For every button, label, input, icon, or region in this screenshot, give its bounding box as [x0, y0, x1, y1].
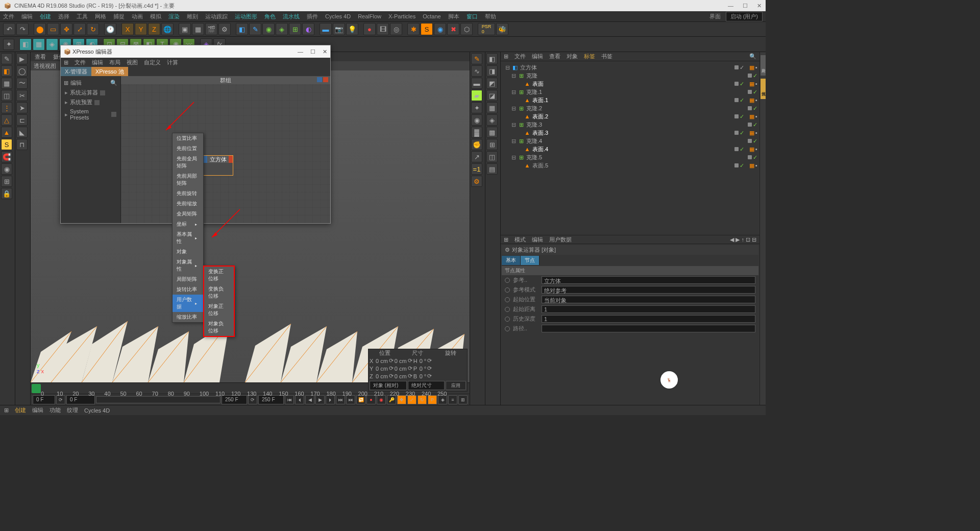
rt2-8[interactable]: ⊞	[486, 139, 498, 150]
bb-cycles[interactable]: Cycles 4D	[84, 407, 110, 414]
tree-row[interactable]: ▲表面.2✓ ▦▪	[503, 112, 757, 120]
ctx-item[interactable]: 对象负位移	[204, 319, 234, 336]
radio-icon[interactable]	[505, 278, 510, 283]
timeline-marker[interactable]	[32, 384, 41, 393]
texture-mode-icon[interactable]: ▦	[1, 78, 12, 89]
max-button[interactable]: ☐	[743, 3, 748, 9]
menu-snap[interactable]: 捕捉	[113, 13, 125, 20]
ctx-item[interactable]: 对象	[173, 247, 203, 257]
rt2-10[interactable]: ▤	[486, 163, 498, 175]
node-out-port[interactable]	[229, 156, 233, 163]
coord-input[interactable]: 0 cm	[376, 373, 388, 379]
xp-layout[interactable]: 布局	[109, 59, 120, 66]
coord-obj-mode[interactable]: 对象 (相对)	[370, 381, 407, 390]
t2-2[interactable]: ▦	[33, 38, 45, 51]
om-file[interactable]: 文件	[514, 53, 526, 60]
attr-value-input[interactable]	[542, 325, 755, 332]
cube-prim-icon[interactable]: ◧	[236, 23, 248, 35]
xp-tab-manager[interactable]: X-管理器	[61, 67, 91, 76]
effector-icon[interactable]: ✱	[407, 23, 420, 35]
bb-tex[interactable]: 纹理	[67, 406, 78, 414]
xp-edit[interactable]: 编辑	[92, 59, 103, 66]
undo-button[interactable]: ↶	[3, 23, 15, 35]
ctx-item[interactable]: 先前全局矩阵	[173, 154, 203, 171]
bb-create[interactable]: 创建	[15, 406, 26, 414]
tree-row[interactable]: ⊟⊞克隆.2✓	[503, 104, 757, 112]
menu-window[interactable]: 窗口	[467, 13, 478, 20]
history-icon[interactable]: 🕐	[104, 23, 116, 35]
make-editable-icon[interactable]: ✎	[1, 53, 12, 64]
close-button[interactable]: ✕	[757, 3, 762, 9]
pen-icon[interactable]: ✎	[249, 23, 261, 35]
move-icon[interactable]: ✥	[60, 23, 72, 35]
bridge-icon[interactable]: ⊓	[16, 139, 28, 150]
rt2-4[interactable]: ◪	[486, 90, 498, 101]
menu-char[interactable]: 角色	[264, 13, 276, 20]
coord-input[interactable]: 0 cm	[395, 358, 407, 364]
cursor-icon[interactable]: ▶	[16, 53, 28, 64]
context-submenu-userdata[interactable]: 变换正位移变换负位移对象正位移对象负位移	[203, 266, 235, 337]
rt-inflate-icon[interactable]: ◉	[471, 114, 482, 126]
rt-brush-icon[interactable]: ✎	[471, 53, 482, 64]
rt2-6[interactable]: ◈	[486, 114, 498, 126]
ctx-item[interactable]: 坐标▸	[173, 219, 203, 229]
layout-dropdown[interactable]: 启动 (用户)	[726, 12, 763, 21]
rt-grab-icon[interactable]: ✊	[471, 139, 482, 150]
menu-xparticles[interactable]: X-Particles	[388, 13, 415, 19]
menu-tool[interactable]: 工具	[77, 13, 88, 20]
rt-gear-icon[interactable]: ⚙	[471, 176, 482, 187]
fcurve-icon[interactable]: ⊞	[458, 395, 468, 404]
menu-realflow[interactable]: RealFlow	[358, 13, 381, 19]
ctx-item[interactable]: 先前旋转	[173, 188, 203, 199]
ctx-item[interactable]: 先前位置	[173, 143, 203, 154]
attr-value-input[interactable]: 1	[542, 315, 755, 323]
xp-custom[interactable]: 自定义	[144, 59, 161, 66]
ctx-item[interactable]: 局部矩阵	[173, 274, 203, 284]
rt-pinch-icon[interactable]: ✦	[471, 102, 482, 113]
ctx-item[interactable]: 缩放比率	[173, 312, 203, 322]
poly-mode-icon[interactable]: ▲	[1, 127, 12, 138]
om-view[interactable]: 查看	[549, 53, 560, 60]
xp-port-in-icon[interactable]	[317, 77, 322, 82]
scale-icon[interactable]: ⤢	[74, 23, 86, 35]
timeline-slider[interactable]	[96, 396, 220, 403]
radio-icon[interactable]	[505, 297, 510, 302]
object-manager-tree[interactable]: ⊟◧立方体✓ ▦▪⊟⊞克隆✓▲表面✓ ▦▪⊟⊞克隆.1✓▲表面.1✓ ▦▪⊟⊞克…	[501, 61, 760, 235]
tree-row[interactable]: ▲表面.5✓ ▦▪	[503, 161, 757, 170]
snap-icon[interactable]: ◉	[1, 163, 12, 175]
t2-1[interactable]: ◧	[19, 38, 32, 51]
rf-icon[interactable]: ◉	[434, 23, 446, 35]
xp-view[interactable]: 视图	[127, 59, 138, 66]
attr-edit[interactable]: 编辑	[532, 236, 543, 244]
radio-icon[interactable]	[505, 307, 510, 312]
xp-side-3[interactable]: ▸System Presets	[63, 107, 118, 122]
menu-file[interactable]: 文件	[3, 13, 14, 20]
render-picture-button[interactable]: ⚙	[218, 23, 231, 35]
light-icon[interactable]: 💡	[346, 23, 358, 35]
menu-script[interactable]: 脚本	[448, 13, 459, 20]
bee-icon[interactable]: 🐝	[496, 23, 508, 35]
lasso-icon[interactable]: ◯	[16, 65, 28, 77]
render-region-button[interactable]: ▦	[192, 23, 204, 35]
edge-mode-icon[interactable]: △	[1, 114, 12, 126]
tree-row[interactable]: ▲表面.1✓ ▦▪	[503, 96, 757, 104]
rt2-3[interactable]: ◩	[486, 78, 498, 89]
om-obj[interactable]: 对象	[567, 53, 578, 60]
rt2-1[interactable]: ◧	[486, 53, 498, 64]
xp-max-icon[interactable]: ☐	[310, 49, 315, 55]
menu-render[interactable]: 渲染	[168, 13, 180, 20]
coord-input[interactable]: 0 cm	[395, 366, 407, 372]
render-settings-button[interactable]: 🎬	[205, 23, 217, 35]
coord-apply-button[interactable]: 应用	[446, 381, 466, 390]
radio-icon[interactable]	[505, 317, 510, 322]
attr-value-input[interactable]: 当前对象	[542, 296, 755, 303]
point-mode-icon[interactable]: ⋮	[1, 102, 12, 113]
ctx-item[interactable]: 先前局部矩阵	[173, 171, 203, 188]
ctx-item[interactable]: 变换正位移	[204, 267, 234, 284]
ctx-item[interactable]: 全局矩阵	[173, 209, 203, 219]
deform-icon[interactable]: ◐	[302, 23, 314, 35]
menu-anim[interactable]: 动画	[132, 13, 143, 20]
floor-icon[interactable]: ▬	[320, 23, 332, 35]
attr-tab-basic[interactable]: 基本	[502, 256, 521, 265]
vstrip-1[interactable]: 对象	[761, 55, 766, 76]
